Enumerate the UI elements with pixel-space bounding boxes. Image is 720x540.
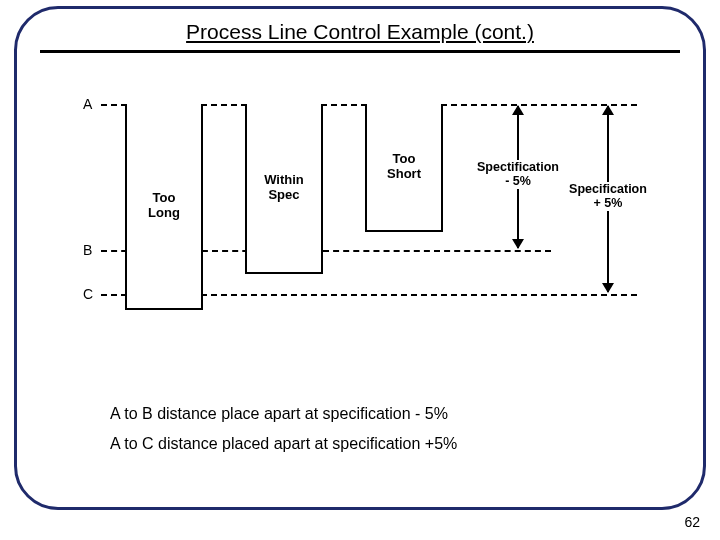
level-label-c: C xyxy=(83,286,93,302)
arrow-label-line: Specification xyxy=(569,182,647,196)
level-label-b: B xyxy=(83,242,92,258)
diagram: A B C Too Long Within Spec Too Short xyxy=(85,90,645,330)
bar-label-line: Within xyxy=(264,172,304,187)
bar-too-short: Too Short xyxy=(365,104,443,232)
arrow-label-line: Spectification xyxy=(477,160,559,174)
arrow-label-ac: Specification + 5% xyxy=(563,182,653,211)
slide-title: Process Line Control Example (cont.) xyxy=(0,20,720,44)
bar-label-too-long: Too Long xyxy=(127,191,201,221)
bar-label-too-short: Too Short xyxy=(367,152,441,182)
bar-too-long: Too Long xyxy=(125,104,203,310)
bar-label-line: Long xyxy=(148,205,180,220)
bar-label-within-spec: Within Spec xyxy=(247,173,321,203)
bar-label-line: Too xyxy=(393,151,416,166)
note-line-2: A to C distance placed apart at specific… xyxy=(110,433,457,455)
arrow-label-line: + 5% xyxy=(594,196,623,210)
bar-label-line: Spec xyxy=(268,187,299,202)
level-label-a: A xyxy=(83,96,92,112)
slide: Process Line Control Example (cont.) A B… xyxy=(0,0,720,540)
note-line-1: A to B distance place apart at specifica… xyxy=(110,403,457,425)
bar-within-spec: Within Spec xyxy=(245,104,323,274)
title-underline-rule xyxy=(40,50,680,53)
arrow-label-line: - 5% xyxy=(505,174,531,188)
arrow-label-ab: Spectification - 5% xyxy=(473,160,563,189)
notes: A to B distance place apart at specifica… xyxy=(110,395,457,464)
bar-label-line: Short xyxy=(387,166,421,181)
page-number: 62 xyxy=(684,514,700,530)
bar-label-line: Too xyxy=(153,190,176,205)
